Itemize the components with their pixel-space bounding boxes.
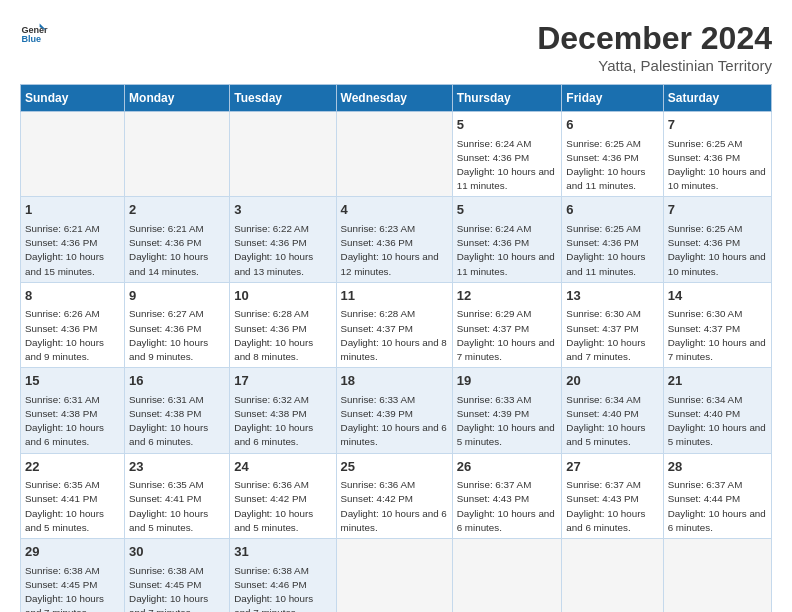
day-number: 13 <box>566 287 658 305</box>
svg-text:Blue: Blue <box>21 34 41 44</box>
col-header-tuesday: Tuesday <box>230 85 336 112</box>
day-info: Sunrise: 6:32 AMSunset: 4:38 PMDaylight:… <box>234 394 313 448</box>
day-info: Sunrise: 6:26 AMSunset: 4:36 PMDaylight:… <box>25 308 104 362</box>
day-number: 17 <box>234 372 331 390</box>
calendar-cell: 9 Sunrise: 6:27 AMSunset: 4:36 PMDayligh… <box>125 282 230 367</box>
calendar-cell: 15 Sunrise: 6:31 AMSunset: 4:38 PMDaylig… <box>21 368 125 453</box>
day-info: Sunrise: 6:21 AMSunset: 4:36 PMDaylight:… <box>129 223 208 277</box>
day-number: 31 <box>234 543 331 561</box>
calendar-cell: 27 Sunrise: 6:37 AMSunset: 4:43 PMDaylig… <box>562 453 663 538</box>
calendar-cell <box>336 112 452 197</box>
calendar-row: 5 Sunrise: 6:24 AMSunset: 4:36 PMDayligh… <box>21 112 772 197</box>
calendar-cell <box>452 539 562 612</box>
day-number: 26 <box>457 458 558 476</box>
calendar-cell: 6 Sunrise: 6:25 AMSunset: 4:36 PMDayligh… <box>562 197 663 282</box>
day-number: 30 <box>129 543 225 561</box>
day-number: 14 <box>668 287 767 305</box>
calendar-cell: 3 Sunrise: 6:22 AMSunset: 4:36 PMDayligh… <box>230 197 336 282</box>
day-info: Sunrise: 6:25 AMSunset: 4:36 PMDaylight:… <box>668 138 766 192</box>
day-info: Sunrise: 6:21 AMSunset: 4:36 PMDaylight:… <box>25 223 104 277</box>
calendar-cell: 5 Sunrise: 6:24 AMSunset: 4:36 PMDayligh… <box>452 197 562 282</box>
col-header-monday: Monday <box>125 85 230 112</box>
day-info: Sunrise: 6:22 AMSunset: 4:36 PMDaylight:… <box>234 223 313 277</box>
day-info: Sunrise: 6:36 AMSunset: 4:42 PMDaylight:… <box>341 479 447 533</box>
day-info: Sunrise: 6:35 AMSunset: 4:41 PMDaylight:… <box>129 479 208 533</box>
day-info: Sunrise: 6:38 AMSunset: 4:45 PMDaylight:… <box>25 565 104 612</box>
calendar-cell: 16 Sunrise: 6:31 AMSunset: 4:38 PMDaylig… <box>125 368 230 453</box>
calendar-cell: 4 Sunrise: 6:23 AMSunset: 4:36 PMDayligh… <box>336 197 452 282</box>
day-number: 28 <box>668 458 767 476</box>
day-number: 5 <box>457 116 558 134</box>
calendar-cell: 31 Sunrise: 6:38 AMSunset: 4:46 PMDaylig… <box>230 539 336 612</box>
day-info: Sunrise: 6:38 AMSunset: 4:46 PMDaylight:… <box>234 565 313 612</box>
day-info: Sunrise: 6:38 AMSunset: 4:45 PMDaylight:… <box>129 565 208 612</box>
day-info: Sunrise: 6:34 AMSunset: 4:40 PMDaylight:… <box>566 394 645 448</box>
day-info: Sunrise: 6:29 AMSunset: 4:37 PMDaylight:… <box>457 308 555 362</box>
col-header-friday: Friday <box>562 85 663 112</box>
day-number: 6 <box>566 201 658 219</box>
day-number: 8 <box>25 287 120 305</box>
day-number: 12 <box>457 287 558 305</box>
day-number: 7 <box>668 201 767 219</box>
svg-text:General: General <box>21 25 48 35</box>
day-info: Sunrise: 6:31 AMSunset: 4:38 PMDaylight:… <box>25 394 104 448</box>
day-info: Sunrise: 6:25 AMSunset: 4:36 PMDaylight:… <box>566 223 645 277</box>
day-number: 18 <box>341 372 448 390</box>
day-number: 11 <box>341 287 448 305</box>
calendar-cell: 11 Sunrise: 6:28 AMSunset: 4:37 PMDaylig… <box>336 282 452 367</box>
calendar-cell: 1 Sunrise: 6:21 AMSunset: 4:36 PMDayligh… <box>21 197 125 282</box>
calendar-cell: 30 Sunrise: 6:38 AMSunset: 4:45 PMDaylig… <box>125 539 230 612</box>
calendar-cell: 19 Sunrise: 6:33 AMSunset: 4:39 PMDaylig… <box>452 368 562 453</box>
day-number: 16 <box>129 372 225 390</box>
calendar-cell: 28 Sunrise: 6:37 AMSunset: 4:44 PMDaylig… <box>663 453 771 538</box>
day-info: Sunrise: 6:37 AMSunset: 4:43 PMDaylight:… <box>457 479 555 533</box>
calendar-cell: 17 Sunrise: 6:32 AMSunset: 4:38 PMDaylig… <box>230 368 336 453</box>
day-number: 1 <box>25 201 120 219</box>
calendar-cell: 6 Sunrise: 6:25 AMSunset: 4:36 PMDayligh… <box>562 112 663 197</box>
day-number: 21 <box>668 372 767 390</box>
calendar-cell: 10 Sunrise: 6:28 AMSunset: 4:36 PMDaylig… <box>230 282 336 367</box>
calendar-cell: 7 Sunrise: 6:25 AMSunset: 4:36 PMDayligh… <box>663 112 771 197</box>
day-info: Sunrise: 6:27 AMSunset: 4:36 PMDaylight:… <box>129 308 208 362</box>
col-header-thursday: Thursday <box>452 85 562 112</box>
day-number: 4 <box>341 201 448 219</box>
day-number: 5 <box>457 201 558 219</box>
day-number: 15 <box>25 372 120 390</box>
col-header-sunday: Sunday <box>21 85 125 112</box>
calendar-cell: 5 Sunrise: 6:24 AMSunset: 4:36 PMDayligh… <box>452 112 562 197</box>
header-row: SundayMondayTuesdayWednesdayThursdayFrid… <box>21 85 772 112</box>
day-number: 25 <box>341 458 448 476</box>
calendar-cell: 24 Sunrise: 6:36 AMSunset: 4:42 PMDaylig… <box>230 453 336 538</box>
day-info: Sunrise: 6:35 AMSunset: 4:41 PMDaylight:… <box>25 479 104 533</box>
calendar-cell <box>562 539 663 612</box>
calendar-row: 15 Sunrise: 6:31 AMSunset: 4:38 PMDaylig… <box>21 368 772 453</box>
calendar-cell: 25 Sunrise: 6:36 AMSunset: 4:42 PMDaylig… <box>336 453 452 538</box>
calendar-cell <box>21 112 125 197</box>
header: General Blue December 2024 Yatta, Palest… <box>20 20 772 74</box>
day-info: Sunrise: 6:24 AMSunset: 4:36 PMDaylight:… <box>457 138 555 192</box>
day-info: Sunrise: 6:30 AMSunset: 4:37 PMDaylight:… <box>566 308 645 362</box>
day-info: Sunrise: 6:37 AMSunset: 4:44 PMDaylight:… <box>668 479 766 533</box>
calendar-cell: 8 Sunrise: 6:26 AMSunset: 4:36 PMDayligh… <box>21 282 125 367</box>
day-number: 29 <box>25 543 120 561</box>
calendar-row: 1 Sunrise: 6:21 AMSunset: 4:36 PMDayligh… <box>21 197 772 282</box>
calendar-cell: 26 Sunrise: 6:37 AMSunset: 4:43 PMDaylig… <box>452 453 562 538</box>
col-header-saturday: Saturday <box>663 85 771 112</box>
title-area: December 2024 Yatta, Palestinian Territo… <box>537 20 772 74</box>
day-info: Sunrise: 6:30 AMSunset: 4:37 PMDaylight:… <box>668 308 766 362</box>
day-number: 24 <box>234 458 331 476</box>
day-info: Sunrise: 6:36 AMSunset: 4:42 PMDaylight:… <box>234 479 313 533</box>
day-number: 19 <box>457 372 558 390</box>
col-header-wednesday: Wednesday <box>336 85 452 112</box>
calendar-cell: 2 Sunrise: 6:21 AMSunset: 4:36 PMDayligh… <box>125 197 230 282</box>
calendar-cell: 23 Sunrise: 6:35 AMSunset: 4:41 PMDaylig… <box>125 453 230 538</box>
calendar-row: 8 Sunrise: 6:26 AMSunset: 4:36 PMDayligh… <box>21 282 772 367</box>
calendar-cell <box>336 539 452 612</box>
calendar-row: 22 Sunrise: 6:35 AMSunset: 4:41 PMDaylig… <box>21 453 772 538</box>
day-info: Sunrise: 6:31 AMSunset: 4:38 PMDaylight:… <box>129 394 208 448</box>
day-info: Sunrise: 6:25 AMSunset: 4:36 PMDaylight:… <box>566 138 645 192</box>
calendar-table: SundayMondayTuesdayWednesdayThursdayFrid… <box>20 84 772 612</box>
calendar-cell <box>230 112 336 197</box>
calendar-cell: 20 Sunrise: 6:34 AMSunset: 4:40 PMDaylig… <box>562 368 663 453</box>
day-number: 22 <box>25 458 120 476</box>
